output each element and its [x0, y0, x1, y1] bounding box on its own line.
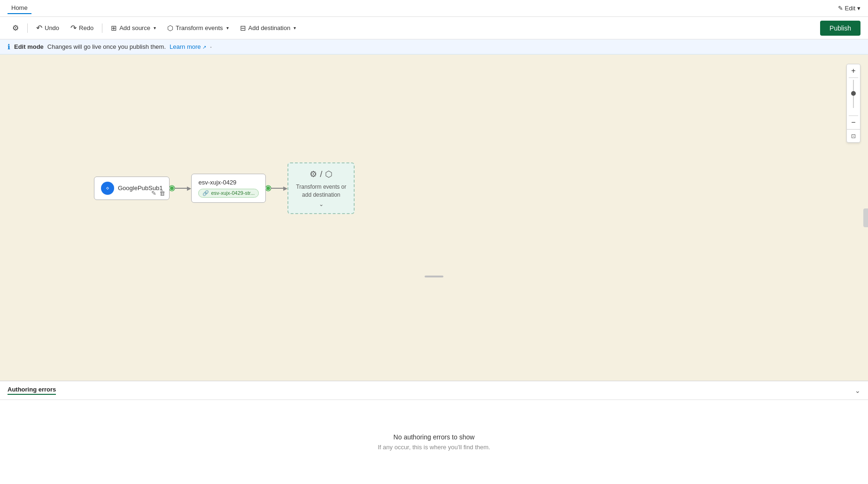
toolbar-left: ⚙ ↶ Undo ↷ Redo ⊞ Add source ▾ ⬡ Transfo…	[8, 21, 301, 35]
pipeline-container: GooglePubSub1 ✎ 🗑 ▶ esv-xujx-0429 🔗 esv-	[94, 162, 355, 214]
external-link-icon: ↗	[202, 45, 206, 50]
edit-mode-label: Edit mode	[14, 43, 44, 50]
divider-1	[27, 23, 28, 33]
connector-dot-1	[170, 186, 174, 191]
zoom-slider[interactable]	[853, 78, 854, 115]
learn-more-link[interactable]: Learn more ↗	[170, 43, 206, 50]
bottom-panel: Authoring errors ⌄ No authoring errors t…	[0, 381, 868, 484]
export-icon: ⬡	[325, 169, 333, 179]
esv-node[interactable]: esv-xujx-0429 🔗 esv-xujx-0429-str...	[191, 174, 266, 203]
title-bar-right: ✎ Edit ▾	[838, 5, 860, 12]
title-bar-left: Home	[8, 2, 31, 14]
svg-point-1	[107, 187, 108, 189]
canvas: GooglePubSub1 ✎ 🗑 ▶ esv-xujx-0429 🔗 esv-	[0, 54, 868, 381]
separator-dot: ·	[210, 43, 212, 50]
source-node[interactable]: GooglePubSub1 ✎ 🗑	[94, 177, 170, 200]
transform-events-button[interactable]: ⬡ Transform events ▾	[163, 21, 233, 35]
link-icon: 🔗	[202, 190, 209, 196]
publish-button[interactable]: Publish	[820, 21, 860, 36]
transform-chevron-icon: ⌄	[296, 201, 346, 207]
edit-source-button[interactable]: ✎	[151, 190, 156, 197]
add-source-button[interactable]: ⊞ Add source ▾	[106, 21, 161, 35]
connector-1: ▶	[170, 185, 191, 192]
zoom-out-button[interactable]: −	[847, 116, 860, 129]
arrow-2: ▶	[283, 185, 287, 192]
transform-chevron-icon: ▾	[226, 25, 229, 31]
add-source-label: Add source	[119, 24, 150, 31]
connector-line-1	[174, 188, 188, 189]
esv-node-name: esv-xujx-0429	[198, 179, 259, 186]
zoom-controls: + − ⊡	[846, 64, 860, 143]
redo-label: Redo	[79, 24, 93, 31]
edit-label: Edit	[845, 5, 855, 12]
transform-label: Transform events oradd destination	[296, 183, 346, 199]
connector-2: ▶	[266, 185, 287, 192]
arrow-1: ▶	[187, 185, 191, 192]
node-actions: ✎ 🗑	[151, 190, 165, 197]
esv-tag: 🔗 esv-xujx-0429-str...	[198, 189, 259, 198]
bottom-panel-content: No authoring errors to show If any occur…	[0, 400, 868, 484]
add-destination-button[interactable]: ⊟ Add destination ▾	[235, 21, 301, 35]
edit-banner: ℹ Edit mode Changes will go live once yo…	[0, 39, 868, 54]
zoom-slider-thumb	[851, 91, 856, 96]
add-destination-chevron-icon: ▾	[294, 25, 296, 31]
undo-label: Undo	[45, 24, 59, 31]
transform-icon: ⬡	[167, 24, 173, 32]
connector-line-2	[271, 188, 285, 189]
toolbar-right: Publish	[820, 21, 860, 36]
transform-node[interactable]: ⚙ / ⬡ Transform events oradd destination…	[287, 162, 355, 214]
zoom-slider-track	[853, 80, 854, 108]
source-icon	[101, 182, 114, 195]
add-source-icon: ⊞	[111, 24, 117, 32]
gear-icon: ⚙	[310, 169, 317, 179]
undo-button[interactable]: ↶ Undo	[31, 21, 64, 35]
connector-dot-2	[266, 186, 271, 191]
slash-separator: /	[320, 169, 322, 179]
trash-icon: 🗑	[159, 190, 165, 197]
settings-icon: ⚙	[12, 23, 19, 32]
title-bar: Home ✎ Edit ▾	[0, 0, 868, 17]
bottom-panel-collapse-icon[interactable]: ⌄	[855, 387, 860, 394]
redo-button[interactable]: ↷ Redo	[66, 21, 98, 35]
info-icon: ℹ	[8, 43, 10, 51]
add-destination-icon: ⊟	[240, 24, 246, 32]
no-errors-subtitle: If any occur, this is where you'll find …	[378, 444, 490, 451]
toolbar: ⚙ ↶ Undo ↷ Redo ⊞ Add source ▾ ⬡ Transfo…	[0, 17, 868, 39]
redo-icon: ↷	[70, 23, 77, 32]
add-destination-label: Add destination	[248, 24, 291, 31]
chevron-down-icon: ▾	[857, 5, 860, 12]
esv-tag-text: esv-xujx-0429-str...	[211, 190, 255, 196]
delete-source-button[interactable]: 🗑	[159, 190, 165, 197]
drag-handle[interactable]	[425, 276, 443, 277]
zoom-fit-button[interactable]: ⊡	[847, 129, 860, 142]
authoring-errors-title: Authoring errors	[8, 386, 56, 395]
zoom-in-button[interactable]: +	[847, 64, 860, 77]
pencil-icon: ✎	[838, 5, 843, 12]
add-source-chevron-icon: ▾	[154, 25, 156, 31]
edit-banner-message: Changes will go live once you publish th…	[47, 43, 166, 50]
settings-button[interactable]: ⚙	[8, 21, 23, 35]
transform-events-label: Transform events	[176, 24, 223, 31]
edit-button[interactable]: ✎ Edit ▾	[838, 5, 860, 12]
bottom-panel-header: Authoring errors ⌄	[0, 381, 868, 400]
right-edge-handle[interactable]	[863, 208, 868, 227]
no-errors-title: No authoring errors to show	[394, 433, 475, 441]
transform-icons: ⚙ / ⬡	[296, 169, 346, 179]
learn-more-label: Learn more	[170, 43, 201, 50]
edit-icon: ✎	[151, 190, 156, 197]
divider-2	[102, 23, 102, 33]
fit-icon: ⊡	[851, 133, 856, 139]
undo-icon: ↶	[36, 23, 42, 32]
home-tab[interactable]: Home	[8, 2, 31, 14]
